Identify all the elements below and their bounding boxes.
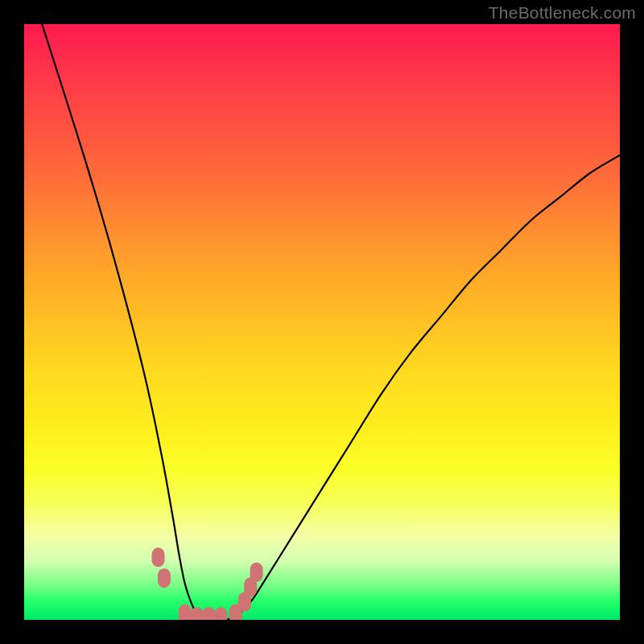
data-marker bbox=[214, 607, 227, 620]
watermark-text: TheBottleneck.com bbox=[489, 3, 636, 23]
curve-svg bbox=[24, 24, 620, 620]
curve-markers bbox=[152, 547, 263, 620]
data-marker bbox=[191, 607, 204, 620]
plot-area bbox=[24, 24, 620, 620]
data-marker bbox=[158, 568, 171, 588]
bottleneck-curve bbox=[42, 24, 620, 620]
chart-frame: TheBottleneck.com bbox=[0, 0, 644, 644]
data-marker bbox=[152, 547, 165, 567]
data-marker bbox=[179, 605, 192, 620]
data-marker bbox=[202, 607, 215, 620]
data-marker bbox=[250, 563, 263, 582]
